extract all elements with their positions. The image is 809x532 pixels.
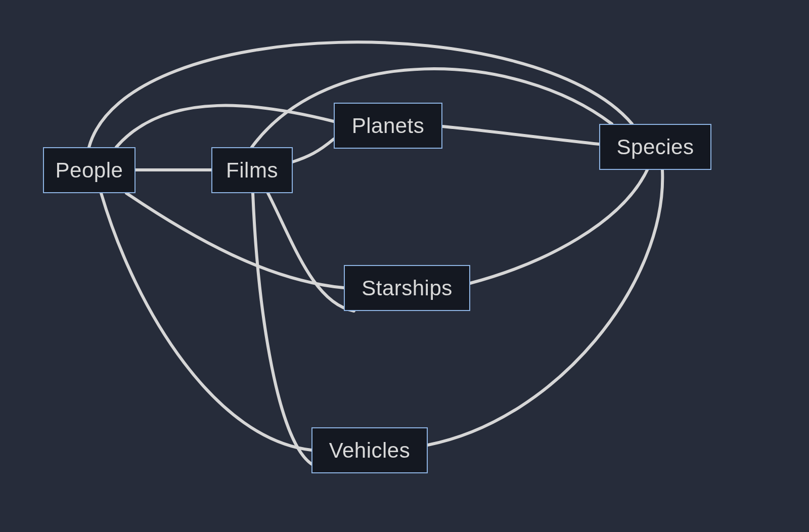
edge-starships-species [470,170,647,283]
diagram-canvas: People Films Planets Starships Vehicles … [0,0,809,532]
node-vehicles[interactable]: Vehicles [311,427,428,473]
node-species[interactable]: Species [599,124,711,170]
edge-people-vehicles [101,193,311,450]
node-label: People [56,158,123,183]
node-label: Films [226,158,278,183]
node-label: Vehicles [329,438,410,463]
node-people[interactable]: People [43,147,136,193]
node-label: Planets [352,114,425,138]
node-starships[interactable]: Starships [344,265,470,311]
node-films[interactable]: Films [211,147,293,193]
node-label: Species [617,135,694,159]
edge-people-starships [126,193,344,288]
edge-films-vehicles [253,193,313,465]
edge-people-planets [116,106,334,147]
edge-films-starships [268,193,354,311]
edge-planets-species [442,126,599,144]
node-planets[interactable]: Planets [334,103,442,149]
node-label: Starships [362,276,453,300]
edge-films-planets [293,139,334,162]
